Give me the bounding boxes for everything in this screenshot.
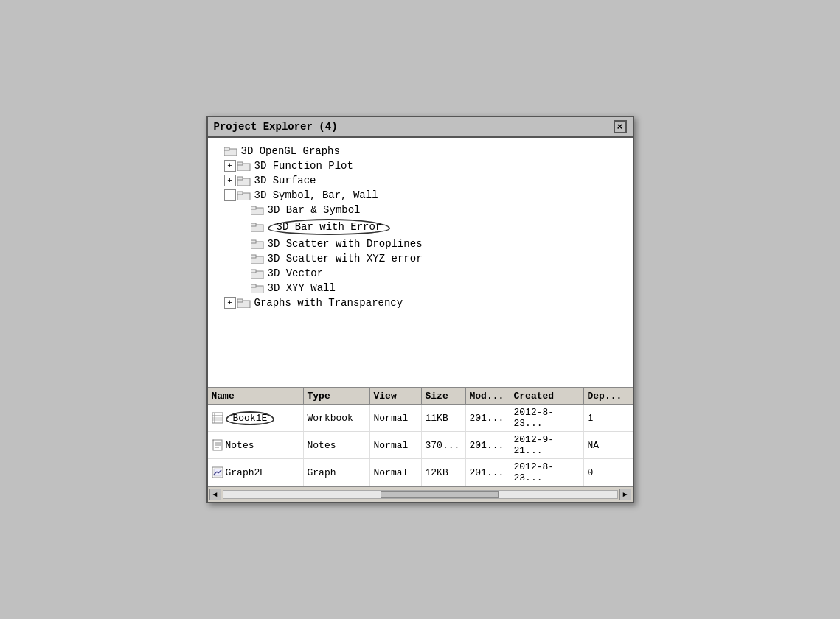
folder-icon-graphs-transparency (237, 298, 251, 308)
folder-icon-3d-function-plot (237, 161, 251, 171)
table-rows-container: Book1EWorkbookNormal11KB201...2012-8-23.… (208, 405, 633, 486)
folder-icon-3d-bar-with-error (251, 222, 264, 232)
folder-icon-3d-scatter-xyz (251, 253, 264, 264)
folder-icon-3d-symbol-bar-wall (237, 190, 251, 200)
table-cell-book1e-view: Normal (370, 405, 422, 431)
tree-label-3d-surface: 3D Surface (254, 175, 316, 186)
tree-root-label: 3D OpenGL Graphs (241, 145, 340, 157)
col-header-created: Created (510, 388, 584, 404)
row-label-book1e-created: 2012-8-23... (514, 407, 580, 429)
table-cell-notes-name: Notes (208, 432, 304, 458)
tree-spacer (211, 145, 223, 157)
tree-toggle-3d-symbol-bar-wall[interactable]: − (224, 189, 236, 201)
row-label-notes-mod: 201... (470, 440, 504, 451)
tree-item-3d-function-plot[interactable]: + 3D Function Plot (211, 158, 630, 173)
table-cell-book1e-dep: 1 (584, 405, 628, 431)
tree-toggle-3d-surface[interactable]: + (224, 175, 236, 186)
project-explorer-window: Project Explorer (4) × 3D OpenGL Graphs … (206, 116, 634, 503)
tree-item-3d-bar-symbol[interactable]: 3D Bar & Symbol (211, 203, 630, 217)
table-cell-book1e-type: Workbook (304, 405, 370, 431)
tree-toggle-graphs-transparency[interactable]: + (224, 297, 236, 309)
row-label-graph2e-mod: 201... (470, 467, 504, 478)
table-row-notes[interactable]: NotesNotesNormal370...201...2012-9-21...… (208, 432, 633, 459)
tree-item-3d-surface[interactable]: + 3D Surface (211, 173, 630, 188)
row-label-book1e-view: Normal (374, 413, 409, 424)
tree-spacer-3d-xyy-wall (237, 282, 249, 294)
row-label-graph2e-type: Graph (308, 467, 336, 478)
table-cell-graph2e-mod: 201... (466, 459, 510, 486)
row-label-notes-size: 370... (426, 440, 460, 451)
table-row-graph2e[interactable]: Graph2EGraphNormal12KB201...2012-8-23...… (208, 459, 633, 486)
folder-icon-3d-surface (237, 175, 251, 186)
row-label-graph2e-size: 12KB (426, 467, 448, 478)
svg-rect-5 (237, 177, 243, 180)
tree-label-3d-bar-with-error: 3D Bar with Error (268, 219, 391, 235)
scroll-thumb[interactable] (381, 491, 499, 498)
row-label-graph2e-created: 2012-8-23... (514, 461, 580, 483)
tree-toggle-3d-function-plot[interactable]: + (224, 160, 236, 172)
svg-rect-21 (237, 299, 243, 302)
col-header-view: View (370, 388, 422, 404)
folder-icon-3d-vector (251, 268, 264, 279)
tree-label-3d-xyy-wall: 3D XYY Wall (268, 282, 336, 294)
row-label-graph2e-dep: 0 (588, 467, 594, 478)
scroll-right-button[interactable]: ► (619, 489, 631, 500)
tree-label-3d-vector: 3D Vector (268, 267, 324, 279)
col-header-dep: Dep... (584, 388, 628, 404)
row-icon-graph2e (212, 466, 223, 478)
row-label-book1e-name: Book1E (226, 411, 275, 425)
table-cell-graph2e-name: Graph2E (208, 459, 304, 486)
tree-spacer-3d-bar-with-error (237, 221, 249, 233)
row-label-notes-type: Notes (308, 440, 336, 451)
row-label-notes-dep: NA (588, 440, 600, 451)
row-label-notes-name: Notes (226, 440, 254, 451)
table-panel: Name Type View Size Mod... Created Dep..… (208, 388, 633, 502)
table-cell-book1e-mod: 201... (466, 405, 510, 431)
tree-item-3d-bar-with-error[interactable]: 3D Bar with Error (211, 217, 630, 237)
svg-rect-11 (251, 223, 256, 226)
close-button[interactable]: × (614, 120, 627, 133)
tree-spacer-3d-bar-symbol (237, 204, 249, 216)
table-cell-notes-dep: NA (584, 432, 628, 458)
table-header: Name Type View Size Mod... Created Dep..… (208, 388, 633, 405)
tree-item-3d-xyy-wall[interactable]: 3D XYY Wall (211, 281, 630, 295)
row-label-graph2e-name: Graph2E (226, 467, 266, 478)
table-cell-graph2e-size: 12KB (422, 459, 466, 486)
svg-rect-19 (251, 284, 256, 287)
table-cell-notes-created: 2012-9-21... (510, 432, 584, 458)
table-cell-graph2e-created: 2012-8-23... (510, 459, 584, 486)
tree-label-graphs-transparency: Graphs with Transparency (254, 297, 403, 309)
col-header-mod: Mod... (466, 388, 510, 404)
tree-item-3d-scatter-droplines[interactable]: 3D Scatter with Droplines (211, 237, 630, 251)
window-title: Project Explorer (4) (214, 121, 338, 133)
table-cell-graph2e-dep: 0 (584, 459, 628, 486)
tree-label-3d-symbol-bar-wall: 3D Symbol, Bar, Wall (254, 189, 378, 201)
scroll-left-button[interactable]: ◄ (209, 489, 221, 500)
col-header-size: Size (422, 388, 466, 404)
table-cell-graph2e-view: Normal (370, 459, 422, 486)
tree-spacer-3d-vector (237, 267, 249, 279)
table-cell-graph2e-type: Graph (304, 459, 370, 486)
tree-item-3d-vector[interactable]: 3D Vector (211, 266, 630, 281)
title-bar: Project Explorer (4) × (208, 117, 633, 138)
table-row-book1e[interactable]: Book1EWorkbookNormal11KB201...2012-8-23.… (208, 405, 633, 432)
row-label-book1e-mod: 201... (470, 413, 504, 424)
tree-item-3d-scatter-xyz[interactable]: 3D Scatter with XYZ error (211, 251, 630, 266)
tree-item-3d-symbol-bar-wall[interactable]: − 3D Symbol, Bar, Wall (211, 188, 630, 203)
table-cell-notes-mod: 201... (466, 432, 510, 458)
tree-item-graphs-transparency[interactable]: + Graphs with Transparency (211, 295, 630, 310)
tree-label-3d-bar-symbol: 3D Bar & Symbol (268, 204, 361, 216)
tree-spacer-3d-scatter-droplines (237, 238, 249, 250)
row-label-notes-view: Normal (374, 440, 409, 451)
row-label-graph2e-view: Normal (374, 467, 409, 478)
tree-label-3d-scatter-droplines: 3D Scatter with Droplines (268, 238, 423, 250)
row-label-book1e-type: Workbook (308, 413, 353, 424)
tree-label-3d-function-plot: 3D Function Plot (254, 160, 353, 172)
scroll-track[interactable] (223, 490, 618, 499)
svg-rect-13 (251, 240, 256, 243)
folder-icon (224, 146, 237, 156)
tree-root-item[interactable]: 3D OpenGL Graphs (211, 144, 630, 158)
col-header-name: Name (208, 388, 304, 404)
svg-rect-7 (237, 192, 243, 195)
row-label-book1e-dep: 1 (588, 413, 594, 424)
